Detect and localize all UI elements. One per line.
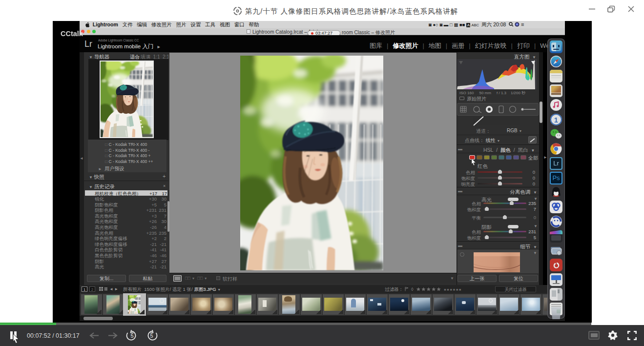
svg-text:1: 1	[554, 116, 558, 124]
svg-text:5: 5	[130, 333, 133, 339]
svg-text:5: 5	[150, 333, 153, 339]
